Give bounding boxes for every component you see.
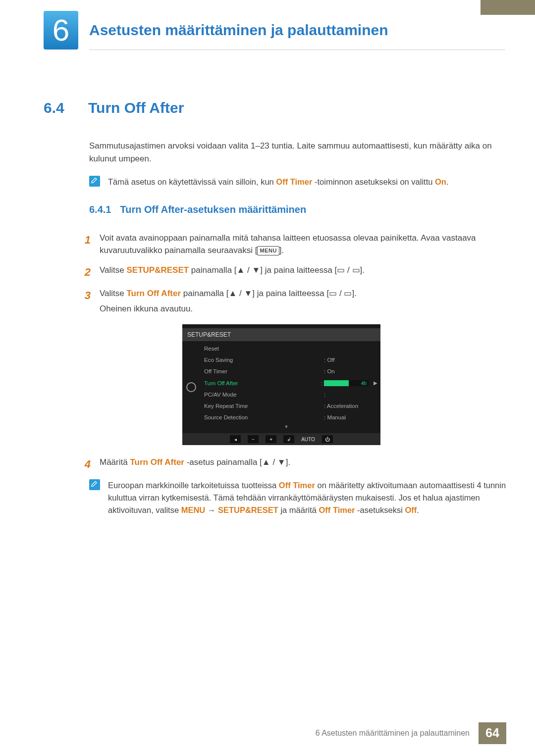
page-content: 6.4 Turn Off After Sammutusajastimen arv… xyxy=(44,97,506,530)
section-title: Turn Off After xyxy=(88,97,184,119)
step-1-text: Voit avata avainoppaan painamalla mitä t… xyxy=(100,232,506,257)
step-2-num: 2 xyxy=(81,264,91,280)
osd-src-v: : Manual xyxy=(324,413,369,422)
step-4-text: Määritä Turn Off After -asetus painamall… xyxy=(100,456,506,472)
s4-a: Määritä xyxy=(100,457,130,467)
n2-d: ja määritä xyxy=(278,505,319,514)
step-3-text: Valitse Turn Off After painamalla [▲ / ▼… xyxy=(100,287,506,315)
note1-mid: -toiminnon asetukseksi on valittu xyxy=(312,177,435,186)
osd-toa-l: Turn Off After xyxy=(204,379,238,388)
footer-chapter-label: 6 Asetusten määrittäminen ja palauttamin… xyxy=(316,727,479,739)
step-3-num: 3 xyxy=(81,287,91,315)
note-2-text: Euroopan markkinoille tarkoitetuissa tuo… xyxy=(108,479,506,516)
note1-pre: Tämä asetus on käytettävissä vain silloi… xyxy=(108,177,276,186)
s4-kw: Turn Off After xyxy=(130,457,184,467)
header-strip xyxy=(481,0,535,15)
n2-kw1: Off Timer xyxy=(279,481,315,490)
n2-kw5: Off xyxy=(405,505,417,514)
osd-timer-l: Off Timer xyxy=(204,367,227,376)
note-icon xyxy=(89,479,100,490)
s3-b: painamalla [ xyxy=(181,289,228,298)
osd-src-l: Source Detection xyxy=(204,413,248,422)
up-down-icon: ▲ / ▼ xyxy=(228,289,252,298)
up-down-icon: ▲ / ▼ xyxy=(262,457,286,467)
n2-kw3: SETUP&RESET xyxy=(218,505,278,514)
chapter-title: Asetusten määrittäminen ja palauttaminen xyxy=(89,19,388,41)
osd-pcav-v: : xyxy=(324,391,369,399)
s3-tail: Oheinen ikkuna avautuu. xyxy=(100,302,506,315)
step-1-num: 1 xyxy=(81,232,91,257)
chevron-right-icon: ▶ xyxy=(374,379,377,387)
n2-e: -asetukseksi xyxy=(355,505,405,514)
osd-pcav-l: PC/AV Mode xyxy=(204,391,237,399)
note1-post: . xyxy=(446,177,449,186)
osd-row-eco: Eco Saving: Off xyxy=(204,354,369,366)
osd-reset-l: Reset xyxy=(204,345,219,353)
s2-b: painamalla [ xyxy=(189,265,236,275)
note1-kw2: On xyxy=(435,177,446,186)
osd-eco-v: : Off xyxy=(324,356,369,364)
osd-row-krt: Key Repeat Time: Acceleration xyxy=(204,401,369,412)
osd-reset-v xyxy=(324,345,369,353)
subsection-title: Turn Off After-asetuksen määrittäminen xyxy=(120,202,306,217)
osd-nav-bar: ◂ − + ↲ AUTO ⏻ xyxy=(182,433,380,445)
osd-body: Reset Eco Saving: Off Off Timer: On Turn… xyxy=(182,341,380,433)
osd-icon-col xyxy=(182,341,200,433)
nav-auto-label: AUTO xyxy=(301,435,315,443)
note1-kw1: Off Timer xyxy=(276,177,312,186)
osd-row-timer: Off Timer: On xyxy=(204,366,369,377)
enter-icon: ▭ / ▭ xyxy=(329,289,352,298)
osd-slider-label: 4h xyxy=(361,380,367,387)
s1-b: ]. xyxy=(279,246,284,255)
gear-icon xyxy=(186,382,196,392)
chevron-down-icon: ▼ xyxy=(204,424,369,431)
osd-timer-v: : On xyxy=(324,367,369,376)
header-divider xyxy=(89,50,505,50)
osd-row-src: Source Detection: Manual xyxy=(204,412,369,423)
osd-screenshot: SETUP&RESET Reset Eco Saving: Off Off Ti… xyxy=(182,324,380,445)
page-number: 64 xyxy=(479,722,506,744)
subsection-heading: 6.4.1 Turn Off After-asetuksen määrittäm… xyxy=(89,202,506,217)
note-icon xyxy=(89,176,100,187)
intro-paragraph: Sammutusajastimen arvoksi voidaan valita… xyxy=(89,140,506,165)
enter-icon: ▭ / ▭ xyxy=(337,265,360,275)
s4-b: -asetus painamalla [ xyxy=(184,457,262,467)
s3-d: ]. xyxy=(352,289,356,298)
menu-pill: MENU xyxy=(257,246,279,255)
note-2: Euroopan markkinoille tarkoitetuissa tuo… xyxy=(89,479,506,516)
s3-a: Valitse xyxy=(100,289,127,298)
osd-row-pcav: PC/AV Mode: xyxy=(204,389,369,401)
subsection-number: 6.4.1 xyxy=(89,202,111,217)
note-1-text: Tämä asetus on käytettävissä vain silloi… xyxy=(108,176,506,188)
n2-kw2: MENU xyxy=(181,505,206,514)
nav-minus-icon: − xyxy=(248,435,259,443)
step-2-text: Valitse SETUP&RESET painamalla [▲ / ▼] j… xyxy=(100,264,506,280)
osd-slider: 4h xyxy=(324,380,369,386)
osd-row-turn-off-after: Turn Off After : 4h ▶ xyxy=(204,378,369,389)
s2-c: ] ja paina laitteessa [ xyxy=(260,265,337,275)
step-4: 4 Määritä Turn Off After -asetus painama… xyxy=(81,456,506,472)
step-2: 2 Valitse SETUP&RESET painamalla [▲ / ▼]… xyxy=(81,264,506,280)
nav-enter-icon: ↲ xyxy=(283,435,294,443)
s2-d: ]. xyxy=(360,265,365,275)
osd-krt-l: Key Repeat Time xyxy=(204,402,248,410)
s3-c: ] ja paina laitteessa [ xyxy=(252,289,329,298)
section-heading: 6.4 Turn Off After xyxy=(44,97,506,119)
nav-back-icon: ◂ xyxy=(230,435,241,443)
page-footer: 6 Asetusten määrittäminen ja palauttamin… xyxy=(316,722,506,744)
n2-a: Euroopan markkinoille tarkoitetuissa tuo… xyxy=(108,481,279,490)
osd-row-reset: Reset xyxy=(204,343,369,354)
s1-a: Voit avata avainoppaan painamalla mitä t… xyxy=(100,233,476,255)
osd-eco-l: Eco Saving xyxy=(204,356,233,364)
osd-title: SETUP&RESET xyxy=(182,328,380,341)
step-1: 1 Voit avata avainoppaan painamalla mitä… xyxy=(81,232,506,257)
up-down-icon: ▲ / ▼ xyxy=(237,265,261,275)
s2-a: Valitse xyxy=(100,265,127,275)
n2-c: → xyxy=(205,505,218,514)
section-number: 6.4 xyxy=(44,97,78,119)
n2-f: . xyxy=(417,505,419,514)
step-4-num: 4 xyxy=(81,456,91,472)
note-1: Tämä asetus on käytettävissä vain silloi… xyxy=(89,176,506,188)
n2-kw4: Off Timer xyxy=(319,505,355,514)
step-3: 3 Valitse Turn Off After painamalla [▲ /… xyxy=(81,287,506,315)
